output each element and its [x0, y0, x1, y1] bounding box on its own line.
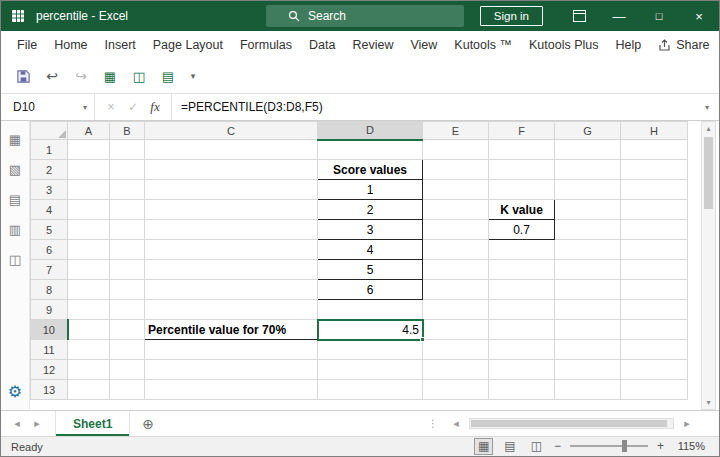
cell[interactable]: [555, 180, 621, 200]
cell[interactable]: [110, 380, 145, 400]
cell-D5[interactable]: 3: [318, 220, 423, 240]
cell[interactable]: [555, 300, 621, 320]
cell-D4[interactable]: 2: [318, 200, 423, 220]
ribbon-display-options-icon[interactable]: [559, 1, 599, 31]
cell[interactable]: [318, 140, 423, 160]
cell[interactable]: [423, 240, 489, 260]
cell[interactable]: [489, 260, 555, 280]
row-header-3[interactable]: 3: [31, 180, 68, 200]
cell[interactable]: [555, 140, 621, 160]
cell[interactable]: [621, 340, 688, 360]
tab-formulas[interactable]: Formulas: [240, 38, 292, 52]
find-icon[interactable]: ◫: [9, 253, 21, 266]
tab-review[interactable]: Review: [352, 38, 393, 52]
cell[interactable]: [621, 240, 688, 260]
row-header-6[interactable]: 6: [31, 240, 68, 260]
cell[interactable]: [68, 240, 110, 260]
cancel-icon[interactable]: ×: [100, 100, 122, 114]
add-sheet-button[interactable]: ⊕: [142, 416, 154, 432]
column-header-D[interactable]: D: [318, 122, 423, 140]
cell[interactable]: [489, 380, 555, 400]
tab-file[interactable]: File: [17, 38, 37, 52]
cell[interactable]: [621, 320, 688, 340]
cell[interactable]: [145, 260, 318, 280]
cell[interactable]: [68, 340, 110, 360]
tab-kutools[interactable]: Kutools ™: [454, 38, 512, 52]
cell-D7[interactable]: 5: [318, 260, 423, 280]
zoom-slider-thumb[interactable]: [622, 440, 627, 452]
row-header-12[interactable]: 12: [31, 360, 68, 380]
cell[interactable]: [110, 360, 145, 380]
cell[interactable]: [68, 160, 110, 180]
cell[interactable]: [68, 180, 110, 200]
cell[interactable]: [555, 240, 621, 260]
cell[interactable]: [423, 200, 489, 220]
row-header-11[interactable]: 11: [31, 340, 68, 360]
cell[interactable]: [145, 220, 318, 240]
cell-D3[interactable]: 1: [318, 180, 423, 200]
cell[interactable]: [145, 300, 318, 320]
cell[interactable]: [68, 380, 110, 400]
document-icon[interactable]: ▧: [9, 163, 21, 176]
cell[interactable]: [489, 360, 555, 380]
page-break-view-icon[interactable]: ◫: [528, 439, 545, 453]
cell[interactable]: [489, 160, 555, 180]
scroll-down-icon[interactable]: ▾: [702, 398, 715, 407]
column-header-A[interactable]: A: [68, 122, 110, 140]
redo-button[interactable]: ↪: [69, 64, 93, 88]
cell[interactable]: [555, 220, 621, 240]
cell[interactable]: [318, 300, 423, 320]
minimize-button[interactable]: —: [599, 1, 639, 31]
hscroll-right-icon[interactable]: ▸: [677, 417, 697, 430]
cell[interactable]: [555, 280, 621, 300]
cell[interactable]: [423, 140, 489, 160]
cell[interactable]: [555, 340, 621, 360]
cell[interactable]: [621, 160, 688, 180]
hscroll-left-icon[interactable]: ◂: [446, 417, 466, 430]
tab-splitter[interactable]: ⋮: [428, 418, 438, 429]
table-icon[interactable]: ▥: [9, 223, 21, 236]
name-box[interactable]: D10 ▾: [1, 94, 95, 120]
column-header-H[interactable]: H: [621, 122, 688, 140]
cell[interactable]: [423, 180, 489, 200]
cell[interactable]: [423, 280, 489, 300]
cell[interactable]: [110, 300, 145, 320]
cell-F5[interactable]: 0.7: [489, 220, 555, 240]
spreadsheet-icon[interactable]: ▦: [9, 133, 21, 146]
cell-D10-selected[interactable]: 4.5: [318, 320, 423, 340]
cell-C10[interactable]: Percentile value for 70%: [145, 320, 318, 340]
reading-layout-icon[interactable]: ◫: [127, 64, 151, 88]
cell[interactable]: [145, 240, 318, 260]
maximize-button[interactable]: □: [639, 1, 679, 31]
cell[interactable]: [621, 260, 688, 280]
horizontal-scrollbar[interactable]: [469, 418, 674, 429]
cell[interactable]: [318, 380, 423, 400]
share-button[interactable]: Share: [658, 38, 709, 52]
cell[interactable]: [110, 280, 145, 300]
row-header-1[interactable]: 1: [31, 140, 68, 160]
cell[interactable]: [555, 380, 621, 400]
cell[interactable]: [555, 200, 621, 220]
cell[interactable]: [489, 340, 555, 360]
cell[interactable]: [145, 140, 318, 160]
cell[interactable]: [68, 200, 110, 220]
select-all-button[interactable]: [31, 122, 68, 140]
cell[interactable]: [621, 140, 688, 160]
cell[interactable]: [423, 220, 489, 240]
sheet-tab-sheet1[interactable]: Sheet1: [55, 411, 130, 436]
vertical-scroll-thumb[interactable]: [704, 137, 713, 209]
cell[interactable]: [110, 160, 145, 180]
row-header-9[interactable]: 9: [31, 300, 68, 320]
cell[interactable]: [423, 340, 489, 360]
cell[interactable]: [145, 360, 318, 380]
cell[interactable]: [68, 320, 110, 340]
tab-insert[interactable]: Insert: [105, 38, 136, 52]
cell[interactable]: [423, 360, 489, 380]
cell[interactable]: [145, 380, 318, 400]
row-header-10[interactable]: 10: [31, 320, 68, 340]
page-layout-view-icon[interactable]: ▤: [501, 439, 518, 453]
cell[interactable]: [423, 300, 489, 320]
table-view-icon[interactable]: ▦: [98, 64, 122, 88]
cell[interactable]: [621, 180, 688, 200]
settings-gear-icon[interactable]: ⚙: [8, 384, 22, 400]
